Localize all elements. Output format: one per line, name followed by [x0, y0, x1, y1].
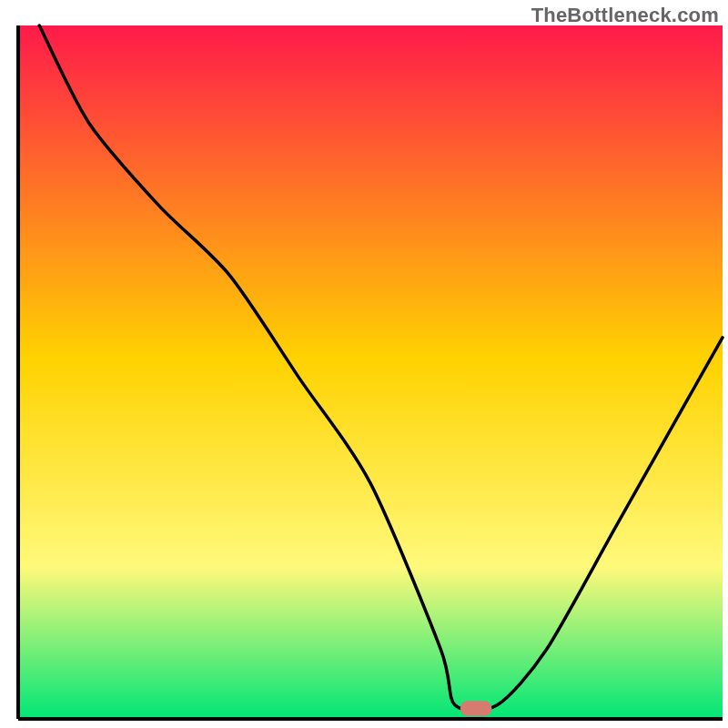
- chart-stage: TheBottleneck.com: [0, 0, 728, 728]
- optimum-marker: [460, 701, 492, 716]
- plot-background: [18, 25, 723, 719]
- bottleneck-chart: [0, 0, 728, 728]
